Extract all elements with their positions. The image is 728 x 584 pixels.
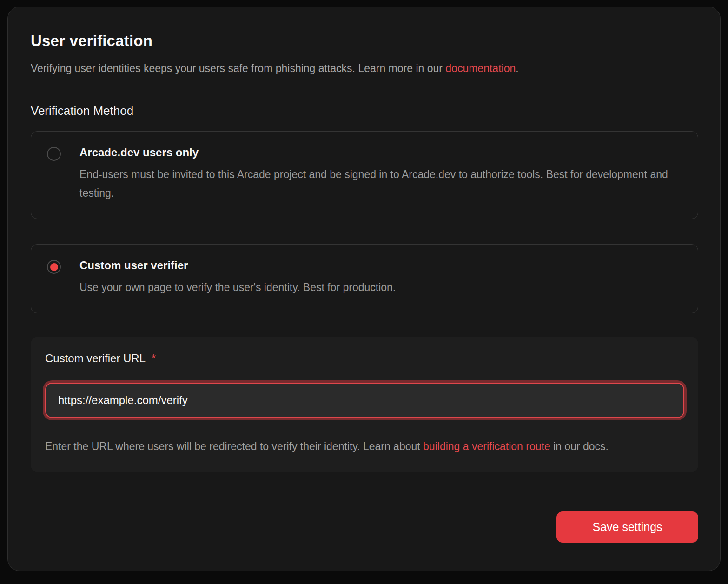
required-asterisk: * <box>152 352 156 365</box>
save-settings-button[interactable]: Save settings <box>556 511 698 543</box>
help-text-after-link: in our docs. <box>550 440 609 452</box>
option-custom-user-verifier[interactable]: Custom user verifier Use your own page t… <box>31 244 698 313</box>
building-verification-route-link[interactable]: building a verification route <box>423 440 550 452</box>
radio-selected-icon[interactable] <box>47 260 61 274</box>
custom-verifier-url-panel: Custom verifier URL * Enter the URL wher… <box>31 337 698 472</box>
option-description: End-users must be invited to this Arcade… <box>79 165 681 202</box>
help-text-before-link: Enter the URL where users will be redire… <box>45 440 423 452</box>
intro-text-after-link: . <box>516 62 518 74</box>
option-title: Arcade.dev users only <box>79 146 681 159</box>
option-body: Arcade.dev users only End-users must be … <box>79 146 681 202</box>
page-title: User verification <box>31 32 698 50</box>
custom-verifier-url-label: Custom verifier URL <box>45 352 146 365</box>
page-background: User verification Verifying user identit… <box>0 0 728 584</box>
intro-text: Verifying user identities keeps your use… <box>31 61 698 75</box>
field-label-row: Custom verifier URL * <box>45 352 684 365</box>
documentation-link[interactable]: documentation <box>445 62 516 74</box>
option-arcade-users-only[interactable]: Arcade.dev users only End-users must be … <box>31 131 698 219</box>
option-description: Use your own page to verify the user's i… <box>79 278 396 297</box>
custom-verifier-url-input[interactable] <box>45 383 684 418</box>
user-verification-card: User verification Verifying user identit… <box>7 7 721 571</box>
option-body: Custom user verifier Use your own page t… <box>79 259 396 297</box>
actions-row: Save settings <box>31 511 698 543</box>
radio-unselected-icon[interactable] <box>47 147 61 161</box>
intro-text-before-link: Verifying user identities keeps your use… <box>31 62 445 74</box>
verification-method-heading: Verification Method <box>31 104 698 118</box>
option-title: Custom user verifier <box>79 259 396 272</box>
radio-dot <box>50 263 58 271</box>
field-help-text: Enter the URL where users will be redire… <box>45 437 677 456</box>
